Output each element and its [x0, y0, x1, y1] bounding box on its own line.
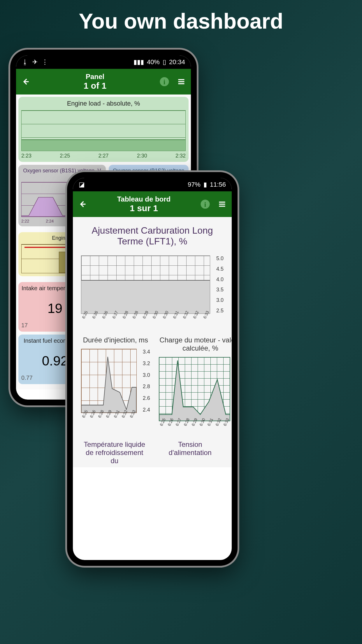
- info-icon[interactable]: i: [200, 199, 210, 209]
- app-bar: Panel 1 of 1 i: [16, 69, 191, 94]
- intake-min: 17: [21, 322, 28, 329]
- appbar-subtitle: 1 of 1: [31, 81, 159, 91]
- send-icon: ✈: [32, 58, 38, 66]
- battery-icon: ▯: [163, 58, 166, 66]
- svg-text:i: i: [204, 201, 206, 208]
- appbar-subtitle: 1 sur 1: [87, 203, 200, 213]
- back-icon[interactable]: [21, 77, 31, 87]
- chart-lft[interactable]: 5.0 4.5 4.0 3.5 3.0 2.5 6:25 6:26 6:26 6…: [81, 256, 224, 327]
- svg-marker-5: [81, 357, 136, 413]
- app-icon: ◪: [79, 181, 85, 188]
- signal-icon: ▮▮▮: [133, 58, 144, 66]
- battery-icon: ▮: [203, 181, 207, 188]
- app-bar: Tableau de bord 1 sur 1 i: [73, 191, 232, 217]
- menu-icon[interactable]: [176, 77, 186, 87]
- main-chart-title: Ajustement Carburation Long Terme (LFT1)…: [75, 219, 229, 256]
- battery-pct: 40%: [147, 58, 160, 66]
- clock: 20:34: [169, 58, 185, 66]
- card-title: Engine load - absolute, %: [21, 100, 186, 107]
- chart-engine-load-calc[interactable]: Charge du moteur - valeur calculée, % 28…: [159, 336, 232, 435]
- appbar-title: Tableau de bord: [87, 195, 200, 203]
- svg-text:i: i: [164, 78, 165, 86]
- page-title: You own dashboard: [0, 0, 362, 42]
- appbar-title: Panel: [31, 73, 159, 81]
- menu-icon[interactable]: [217, 199, 227, 209]
- android-icon: ⋮: [42, 58, 48, 66]
- battery-pct: 97%: [188, 181, 201, 188]
- card-engine-load[interactable]: Engine load - absolute, % 2:23 2:25 2:27…: [18, 97, 189, 162]
- clock: 11:56: [210, 181, 226, 188]
- svg-marker-6: [159, 360, 230, 421]
- download-icon: ⭳: [22, 58, 28, 66]
- chart-injection[interactable]: Durée d'injection, ms 3.4 3.2 3.0 2.8: [81, 336, 150, 435]
- fuel-min: 0.77: [21, 374, 33, 381]
- back-icon[interactable]: [78, 199, 87, 209]
- status-bar: ⭳ ✈ ⋮ ▮▮▮ 40% ▯ 20:34: [16, 55, 191, 69]
- phone-mock-2: ◪ 97% ▮ 11:56 Tableau de bord 1 sur 1 i: [67, 172, 238, 566]
- svg-marker-2: [22, 197, 70, 217]
- info-icon[interactable]: i: [159, 77, 169, 87]
- chart-voltage-fr-title: Tension d'alimentation: [157, 440, 224, 465]
- chart-coolant-fr-title: Température liquide de refroidissement d…: [81, 440, 148, 465]
